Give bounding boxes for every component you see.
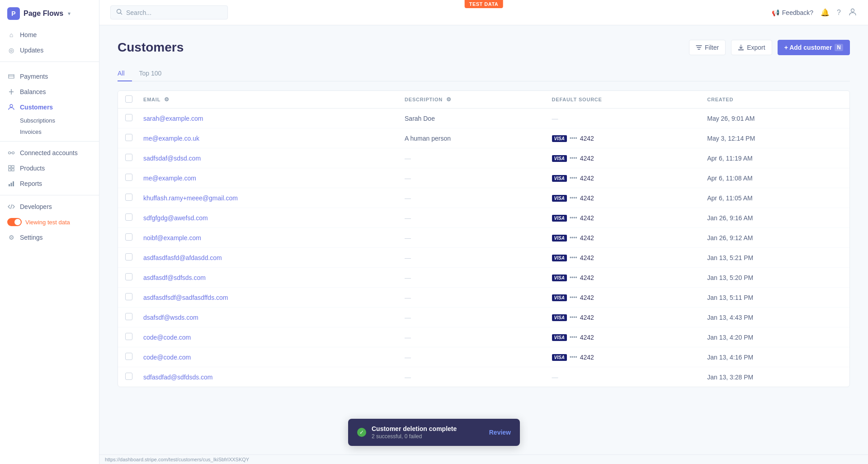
- visa-icon: VISA: [552, 135, 567, 142]
- account-icon[interactable]: [848, 7, 857, 18]
- page-actions: Filter Export + Add customer N: [689, 40, 850, 55]
- sidebar-item-updates[interactable]: ◎ Updates: [0, 43, 99, 58]
- updates-icon: ◎: [7, 46, 15, 54]
- add-customer-button[interactable]: + Add customer N: [778, 40, 850, 55]
- card-last4: 4242: [580, 214, 594, 222]
- card-last4: 4242: [580, 135, 594, 142]
- sidebar-item-balances[interactable]: Balances: [0, 84, 99, 99]
- card-last4: 4242: [580, 334, 594, 341]
- visa-icon: VISA: [552, 354, 567, 361]
- table-row[interactable]: sdfasdfad@sdfdsds.com——Jan 13, 3:28 PM: [118, 367, 849, 387]
- sidebar-item-label: Connected accounts: [20, 149, 78, 156]
- export-button[interactable]: Export: [731, 40, 772, 55]
- search-box[interactable]: [110, 5, 228, 19]
- row-checkbox[interactable]: [125, 353, 132, 360]
- sidebar-item-developers[interactable]: Developers: [0, 199, 99, 214]
- row-checkbox[interactable]: [125, 114, 132, 121]
- visa-icon: VISA: [552, 294, 567, 301]
- help-icon[interactable]: ?: [837, 9, 841, 17]
- sidebar-item-products[interactable]: Products: [0, 161, 99, 176]
- topbar-right: 📢 Feedback? 🔔 ?: [772, 7, 857, 18]
- table-row[interactable]: sdfgfgdg@awefsd.com—VISA•••• 4242Jan 26,…: [118, 208, 849, 228]
- search-input[interactable]: [126, 9, 222, 16]
- settings-icon: ⚙: [7, 233, 15, 241]
- row-checkbox[interactable]: [125, 194, 132, 201]
- toast-notification: ✓ Customer deletion complete 2 successfu…: [348, 419, 520, 446]
- row-checkbox[interactable]: [125, 253, 132, 260]
- table-row[interactable]: me@example.com—VISA•••• 4242Apr 6, 11:08…: [118, 168, 849, 188]
- sidebar-item-connected-accounts[interactable]: Connected accounts: [0, 145, 99, 161]
- table-row[interactable]: code@code.com—VISA•••• 4242Jan 13, 4:20 …: [118, 327, 849, 347]
- table-row[interactable]: asdfasdf@sdfsds.com—VISA•••• 4242Jan 13,…: [118, 268, 849, 288]
- table-row[interactable]: sadfsdaf@sdsd.com—VISA•••• 4242Apr 6, 11…: [118, 148, 849, 168]
- customer-description: —: [405, 194, 411, 202]
- row-checkbox[interactable]: [125, 333, 132, 340]
- customer-description: —: [405, 374, 411, 381]
- viewing-test-label: Viewing test data: [25, 219, 70, 226]
- filter-button[interactable]: Filter: [689, 40, 726, 55]
- sidebar-item-invoices[interactable]: Invoices: [20, 126, 99, 137]
- card-last4: 4242: [580, 175, 594, 182]
- products-icon: [7, 164, 15, 172]
- svg-rect-4: [12, 166, 14, 168]
- customer-created-date: Jan 26, 9:12 AM: [707, 234, 753, 241]
- tab-all[interactable]: All: [118, 66, 132, 81]
- row-checkbox[interactable]: [125, 233, 132, 241]
- row-checkbox[interactable]: [125, 293, 132, 300]
- test-data-toggle-switch[interactable]: [7, 218, 22, 226]
- row-checkbox[interactable]: [125, 134, 132, 141]
- sidebar-item-home[interactable]: ⌂ Home: [0, 27, 99, 43]
- visa-icon: VISA: [552, 334, 567, 341]
- table-row[interactable]: khuffash.ramy+meee@gmail.com—VISA•••• 42…: [118, 188, 849, 208]
- table-row[interactable]: sarah@example.comSarah Doe—May 26, 9:01 …: [118, 109, 849, 128]
- sidebar-item-reports[interactable]: Reports: [0, 176, 99, 191]
- table-row[interactable]: asdfasdfsdf@sadfasdffds.com—VISA•••• 424…: [118, 288, 849, 308]
- row-checkbox[interactable]: [125, 273, 132, 280]
- svg-point-1: [9, 152, 11, 154]
- payment-source: VISA•••• 4242: [552, 274, 594, 281]
- table-row[interactable]: noibf@example.com—VISA•••• 4242Jan 26, 9…: [118, 228, 849, 248]
- sidebar-item-label: Settings: [20, 234, 43, 241]
- card-last4: 4242: [580, 155, 594, 162]
- sidebar-item-settings[interactable]: ⚙ Settings: [0, 230, 99, 245]
- sidebar-item-subscriptions[interactable]: Subscriptions: [20, 115, 99, 126]
- sidebar-logo[interactable]: P Page Flows ▾: [0, 0, 99, 24]
- table-row[interactable]: asdfasdfasfd@afdasdd.com—VISA•••• 4242Ja…: [118, 248, 849, 268]
- description-settings-icon[interactable]: ⚙: [446, 96, 452, 103]
- notifications-icon[interactable]: 🔔: [821, 8, 830, 17]
- table-row[interactable]: code@code.com—VISA•••• 4242Jan 13, 4:16 …: [118, 347, 849, 367]
- svg-point-13: [851, 9, 854, 12]
- svg-rect-3: [9, 166, 11, 168]
- payment-source: VISA•••• 4242: [552, 334, 594, 341]
- sidebar-item-label: Balances: [20, 88, 46, 95]
- payment-source: VISA•••• 4242: [552, 314, 594, 321]
- card-last4: 4242: [580, 294, 594, 301]
- customer-description: A human person: [405, 135, 451, 142]
- row-checkbox[interactable]: [125, 154, 132, 161]
- viewing-test-data-toggle[interactable]: Viewing test data: [0, 214, 99, 230]
- customer-email: asdfasdfsdf@sadfasdffds.com: [143, 294, 228, 301]
- payment-source: —: [552, 115, 558, 122]
- card-dots: ••••: [570, 135, 577, 142]
- tab-top100[interactable]: Top 100: [132, 66, 169, 81]
- row-checkbox[interactable]: [125, 174, 132, 181]
- select-all-checkbox[interactable]: [125, 95, 132, 103]
- row-checkbox[interactable]: [125, 213, 132, 221]
- card-dots: ••••: [570, 175, 577, 181]
- row-checkbox[interactable]: [125, 373, 132, 380]
- email-column-header: EMAIL: [143, 97, 160, 102]
- toast-review-button[interactable]: Review: [489, 429, 511, 436]
- feedback-button[interactable]: 📢 Feedback?: [772, 9, 813, 16]
- sidebar: P Page Flows ▾ ⌂ Home ◎ Updates Payments…: [0, 0, 99, 464]
- svg-rect-8: [11, 183, 12, 186]
- sidebar-item-payments[interactable]: Payments: [0, 69, 99, 84]
- table-row[interactable]: me@example.co.ukA human personVISA•••• 4…: [118, 128, 849, 148]
- row-checkbox[interactable]: [125, 313, 132, 320]
- sidebar-item-label: Home: [20, 31, 37, 38]
- sidebar-item-customers[interactable]: Customers: [0, 99, 99, 115]
- email-settings-icon[interactable]: ⚙: [164, 96, 170, 103]
- card-dots: ••••: [570, 235, 577, 241]
- table-row[interactable]: dsafsdf@wsds.com—VISA•••• 4242Jan 13, 4:…: [118, 308, 849, 327]
- test-data-banner: TEST DATA: [465, 0, 503, 8]
- payment-source: VISA•••• 4242: [552, 254, 594, 261]
